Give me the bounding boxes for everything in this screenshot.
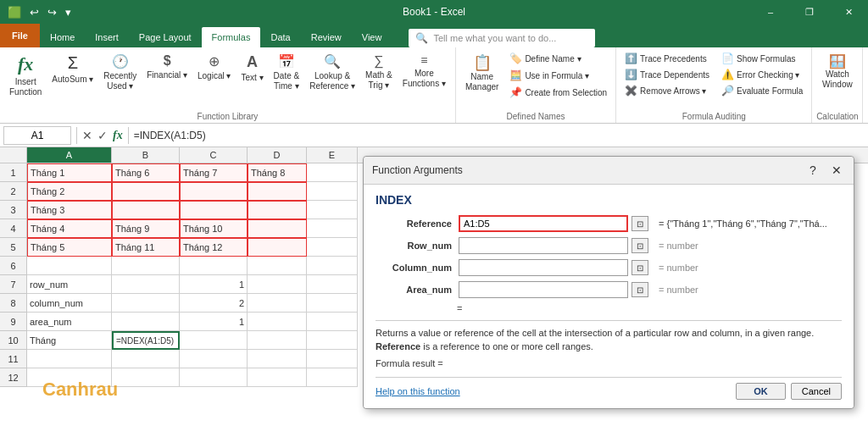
cell-c6[interactable] <box>180 257 248 275</box>
name-manager-button[interactable]: 📋 NameManager <box>461 51 503 95</box>
cell-c11[interactable] <box>180 350 248 368</box>
dialog-help-link[interactable]: Help on this function <box>376 386 460 396</box>
trace-dependents-button[interactable]: ⬇️ Trace Dependents <box>621 67 713 82</box>
cell-c9[interactable]: 1 <box>180 313 248 331</box>
show-formulas-button[interactable]: 📄 Show Formulas <box>718 51 806 66</box>
restore-btn[interactable]: ❐ <box>790 0 829 24</box>
dialog-reference-collapse-btn[interactable]: ⊡ <box>632 216 648 231</box>
cell-d9[interactable] <box>248 313 307 331</box>
trace-precedents-button[interactable]: ⬆️ Trace Precedents <box>621 51 713 66</box>
row-num-2[interactable]: 2 <box>0 182 27 201</box>
remove-arrows-button[interactable]: ✖️ Remove Arrows ▾ <box>621 83 713 98</box>
cell-d2[interactable] <box>248 182 307 201</box>
col-header-a[interactable]: A <box>27 147 112 163</box>
dialog-help-btn[interactable]: ? <box>804 162 821 179</box>
tab-page-layout[interactable]: Page Layout <box>129 27 202 47</box>
cell-d5[interactable] <box>248 238 307 257</box>
cell-d3[interactable] <box>248 201 307 219</box>
tab-data[interactable]: Data <box>260 27 300 47</box>
cell-d12[interactable] <box>248 368 307 387</box>
cell-b1[interactable]: Tháng 6 <box>112 163 180 182</box>
col-header-e[interactable]: E <box>307 147 358 163</box>
define-name-button[interactable]: 🏷️ Define Name ▾ <box>506 51 610 66</box>
cell-e12[interactable] <box>307 368 358 387</box>
cell-b6[interactable] <box>112 257 180 275</box>
cell-d1[interactable]: Tháng 8 <box>248 163 307 182</box>
row-num-9[interactable]: 9 <box>0 313 27 331</box>
cell-c4[interactable]: Tháng 10 <box>180 219 248 238</box>
cell-b7[interactable] <box>112 275 180 294</box>
function-arguments-dialog[interactable]: Function Arguments ? ✕ INDEX Reference ⊡ <box>363 156 854 409</box>
cell-b2[interactable] <box>112 182 180 201</box>
cell-a7[interactable]: row_num <box>27 275 112 294</box>
cell-a12[interactable] <box>27 368 112 387</box>
row-num-12[interactable]: 12 <box>0 368 27 387</box>
datetime-button[interactable]: 📅 Date &Time ▾ <box>270 51 304 94</box>
cell-e9[interactable] <box>307 313 358 331</box>
dialog-cancel-button[interactable]: Cancel <box>791 383 842 400</box>
minimize-btn[interactable]: – <box>751 0 790 24</box>
redo-btn[interactable]: ↪ <box>45 4 59 20</box>
row-num-6[interactable]: 6 <box>0 257 27 275</box>
evaluate-formula-button[interactable]: 🔎 Evaluate Formula <box>718 83 806 98</box>
row-num-7[interactable]: 7 <box>0 275 27 294</box>
search-box-placeholder[interactable]: Tell me what you want to do... <box>433 33 556 43</box>
cell-c10[interactable] <box>180 331 248 350</box>
cell-b12[interactable] <box>112 368 180 387</box>
cell-a2[interactable]: Tháng 2 <box>27 182 112 201</box>
cell-b8[interactable] <box>112 294 180 313</box>
row-num-5[interactable]: 5 <box>0 238 27 257</box>
cell-d4[interactable] <box>248 219 307 238</box>
cell-e2[interactable] <box>307 182 358 201</box>
row-num-11[interactable]: 11 <box>0 350 27 368</box>
recently-used-button[interactable]: 🕐 RecentlyUsed ▾ <box>99 51 141 94</box>
tab-review[interactable]: Review <box>301 27 352 47</box>
dialog-rownum-collapse-btn[interactable]: ⊡ <box>632 238 648 253</box>
cell-b5[interactable]: Tháng 11 <box>112 238 180 257</box>
math-button[interactable]: ∑ Math &Trig ▾ <box>361 51 397 93</box>
more-functions-button[interactable]: ≡ MoreFunctions ▾ <box>398 51 450 91</box>
dialog-close-btn[interactable]: ✕ <box>828 162 845 179</box>
row-num-10[interactable]: 10 <box>0 331 27 350</box>
cell-b4[interactable]: Tháng 9 <box>112 219 180 238</box>
close-btn[interactable]: ✕ <box>829 0 868 24</box>
create-from-selection-button[interactable]: 📌 Create from Selection <box>506 85 610 100</box>
cell-a1[interactable]: Tháng 1 <box>27 163 112 182</box>
cell-c3[interactable] <box>180 201 248 219</box>
cell-d6[interactable] <box>248 257 307 275</box>
formula-input[interactable] <box>134 130 865 141</box>
col-header-d[interactable]: D <box>248 147 307 163</box>
cell-c5[interactable]: Tháng 12 <box>180 238 248 257</box>
cell-a6[interactable] <box>27 257 112 275</box>
cell-a4[interactable]: Tháng 4 <box>27 219 112 238</box>
cell-a10[interactable]: Tháng <box>27 331 112 350</box>
tab-insert[interactable]: Insert <box>85 27 129 47</box>
dialog-field-reference-input[interactable] <box>459 215 628 232</box>
cell-d11[interactable] <box>248 350 307 368</box>
text-button[interactable]: A Text ▾ <box>236 51 267 86</box>
financial-button[interactable]: $ Financial ▾ <box>142 51 192 83</box>
row-num-3[interactable]: 3 <box>0 201 27 219</box>
insert-function-formula-icon[interactable]: fx <box>113 129 123 142</box>
cell-b10[interactable]: =NDEX(A1:D5) <box>112 331 180 350</box>
dialog-field-areanum-input[interactable] <box>459 281 628 298</box>
cell-d8[interactable] <box>248 294 307 313</box>
row-num-8[interactable]: 8 <box>0 294 27 313</box>
cell-a8[interactable]: column_num <box>27 294 112 313</box>
cell-e10[interactable] <box>307 331 358 350</box>
row-num-1[interactable]: 1 <box>0 163 27 182</box>
confirm-formula-icon[interactable]: ✓ <box>97 129 108 142</box>
cell-c8[interactable]: 2 <box>180 294 248 313</box>
dialog-colnum-collapse-btn[interactable]: ⊡ <box>632 260 648 275</box>
cell-d10[interactable] <box>248 331 307 350</box>
cancel-formula-icon[interactable]: ✕ <box>82 129 92 142</box>
insert-function-button[interactable]: fx InsertFunction <box>5 51 46 100</box>
tab-view[interactable]: View <box>352 27 392 47</box>
logical-button[interactable]: ⊕ Logical ▾ <box>193 51 235 84</box>
cell-e6[interactable] <box>307 257 358 275</box>
cell-e7[interactable] <box>307 275 358 294</box>
watch-window-button[interactable]: 🪟 WatchWindow <box>818 51 857 92</box>
customise-btn[interactable]: ▾ <box>63 4 74 20</box>
name-box[interactable] <box>3 126 71 145</box>
row-num-4[interactable]: 4 <box>0 219 27 238</box>
